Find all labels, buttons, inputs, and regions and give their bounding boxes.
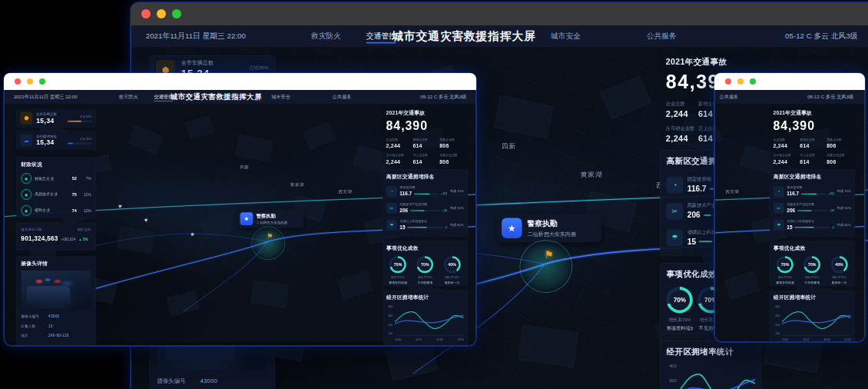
vehicle-card-label: 全市车辆总数 — [181, 59, 214, 67]
ranking-row: ☂ 省级以上科技服务业 15 -2 完成 80% — [774, 219, 851, 230]
trade-delta-pct: ▲ 5% — [78, 238, 88, 241]
zoom-button[interactable] — [750, 78, 756, 85]
trade-compare-label: 同比去年 — [78, 227, 91, 231]
gauge-caption: 不见面事项 — [413, 281, 436, 284]
camera-row-label: 摄像头编号 — [157, 377, 200, 385]
ring-gauge: 40% — [831, 256, 848, 273]
gauge: 70% 增长率70% 事项资料缩减 — [667, 287, 694, 332]
vehicle-ratio-label: 占比50% — [68, 115, 92, 118]
trade-headers: 海关进出口额 同比去年 — [21, 227, 91, 231]
right-browser-window[interactable]: 2021年11月11日 星期三 22:00 救灾防火 交通管控 城市交通灾害救援… — [714, 73, 865, 342]
tooltip-texts: 警察执勤 二仙桥西大街东内侧 — [257, 212, 287, 224]
trade-delta: +692,024 — [61, 238, 76, 241]
ranking-row-done: 完成 90% — [837, 206, 851, 211]
vehicle-card-texts: 全市车辆总数 15,34 — [36, 111, 57, 125]
gazelle-enterprise-icon: ◉ — [21, 205, 31, 216]
congestion-ranking-panel: 高新区交通拥堵排名 ◔ 固定投资额 116.7 +112 完成 70% ✂ — [769, 169, 855, 236]
left-browser-window[interactable]: 2021年11月11日 星期三 22:00 救灾防火 交通管控 城市交通灾害救援… — [4, 73, 476, 346]
camera-detail-panel: 摄像头详情 摄像头编号 43000 出警人数 15 地点 240-60-120 — [16, 256, 96, 346]
camera-row: 出警人数 15 — [21, 324, 91, 328]
minimize-button[interactable] — [737, 78, 744, 85]
finance-panel-title: 财政状况 — [21, 161, 91, 168]
map-incident-tooltip[interactable]: ★ 警察执勤 二仙桥西大街东内侧 — [237, 210, 304, 228]
ranking-row: ✂ 高新技术产业投资额 206 +50 完成 90% — [386, 202, 464, 213]
ranking-row-label: 省级以上科技服务业 — [399, 219, 447, 223]
ranking-title: 高新区交通拥堵排名 — [774, 173, 851, 180]
close-button[interactable] — [725, 78, 731, 85]
trend-chart: 100 200 300 400 — [386, 305, 464, 336]
ring-gauge: 70% — [416, 256, 433, 273]
nav-tab-city-safety[interactable]: 城市安全 — [551, 25, 581, 47]
zoom-button[interactable] — [172, 9, 181, 18]
ranking-row-done: 完成 70% — [450, 189, 464, 194]
weather-info: 05-12 C 多云 北风3级 — [420, 90, 466, 104]
window-titlebar — [131, 2, 868, 25]
accidents-title: 2021年交通事故 — [386, 110, 464, 117]
gauge-growth-label: 增长率70% — [774, 276, 797, 280]
stat-cell: 企业总数2,244 — [773, 138, 797, 149]
camera-row-value: 15 — [48, 324, 53, 328]
nav-tab-public-service[interactable]: 公共服务 — [720, 90, 739, 104]
nav-tab-public-service[interactable]: 公共服务 — [647, 25, 677, 47]
nav-tab-public-service[interactable]: 公共服务 — [333, 90, 352, 104]
map-label-sixin: 四新 — [240, 164, 250, 169]
vehicle-card-value: 15,34 — [36, 117, 57, 125]
ranking-row-value: 116.7 — [787, 191, 799, 196]
congestion-trend-panel: 经开区拥堵率统计 100 200 300 400 2016 2017 201 — [769, 291, 855, 342]
nav-tab-disaster[interactable]: 救灾防火 — [311, 25, 341, 47]
nav-tab-city-safety[interactable]: 城市安全 — [271, 90, 290, 104]
ranking-row-delta: +112 — [828, 192, 834, 195]
nav-datetime: 2021年11月11日 星期三 22:00 — [14, 90, 78, 104]
ring-gauge: 70% — [667, 287, 693, 313]
tooltip-subtitle: 二仙桥西大街东内侧 — [257, 220, 287, 224]
vehicle-card-label: 全市车辆总数 — [36, 111, 57, 116]
zoom-button[interactable] — [39, 78, 45, 85]
map-incident-tooltip[interactable]: ★ 警察执勤 二仙桥西大街东内侧 — [497, 214, 602, 242]
camera-row-label: 出警人数 — [21, 324, 48, 328]
minimize-button[interactable] — [157, 9, 166, 18]
vehicle-progress-track — [68, 120, 92, 121]
plot-area — [680, 364, 755, 389]
camera-row: 地点 240-60-120 — [21, 334, 91, 338]
ranking-progress-fill — [414, 193, 429, 194]
close-button[interactable] — [141, 9, 151, 18]
stat-cell: 新增企业数614 — [412, 138, 437, 149]
gauge-growth-label: 增长率70% — [440, 276, 463, 280]
ranking-progress-fill — [794, 227, 813, 228]
finance-row-label: 高新技术企业 — [35, 191, 64, 197]
accidents-total-value: 84,390 — [386, 119, 464, 133]
weather-info: 05-12 C 多云 北风3级 — [785, 25, 857, 47]
vehicle-card-ratio-block: 占比50% — [68, 115, 92, 121]
close-button[interactable] — [15, 78, 21, 85]
road-card-texts: 全市拥堵路段 15,34 — [36, 134, 57, 147]
finance-row: ◉ 高新技术企业 75 12% — [21, 189, 91, 200]
ranking-title: 高新区交通拥堵排名 — [386, 173, 464, 180]
minimize-button[interactable] — [27, 78, 33, 85]
tooltip-title: 警察执勤 — [257, 212, 287, 218]
ranking-row-label: 高新技术产业投资额 — [787, 202, 834, 206]
ranking-row-mid: 固定投资额 116.7 +112 — [399, 185, 447, 196]
incident-radius-marker[interactable]: ⚑ — [251, 227, 285, 261]
page-title: 城市交通灾害救援指挥大屏 — [168, 90, 263, 104]
ranking-progress-track — [414, 193, 439, 194]
incident-radius-marker[interactable]: ⚑ — [519, 240, 572, 293]
road-card-label: 全市拥堵路段 — [36, 134, 57, 138]
ring-gauge: 40% — [444, 256, 461, 273]
congested-roads-card: ☁ 全市拥堵路段 15,34 占比30% — [16, 131, 96, 150]
nav-tab-disaster[interactable]: 救灾防火 — [119, 90, 138, 104]
hightech-enterprise-icon: ◉ — [21, 189, 31, 200]
camera-snapshot-image[interactable] — [21, 271, 91, 309]
gauges-row: 70% 增长率70% 事项资料缩减 70% 增长率70% 不见面事项 40% 增… — [774, 256, 851, 284]
vehicle-progress-fill — [68, 120, 81, 121]
ranking-row-value: 15 — [687, 237, 696, 246]
ranking-row-done: 完成 80% — [450, 222, 464, 227]
ring-gauge: 70% — [389, 256, 406, 273]
ranking-row-value: 116.7 — [399, 191, 412, 196]
ranking-progress-fill — [797, 210, 812, 211]
ranking-row-delta: -2 — [445, 226, 447, 229]
unicorn-enterprise-icon: ◉ — [21, 173, 31, 184]
ranking-progress-track — [797, 210, 828, 211]
gauge: 70% 增长率70% 事项资料缩减 — [774, 256, 797, 284]
finance-row-count: 52 — [67, 176, 77, 181]
top-nav: 2021年11月11日 星期三 22:00 救灾防火 交通管控 城市交通灾害救援… — [5, 90, 476, 104]
